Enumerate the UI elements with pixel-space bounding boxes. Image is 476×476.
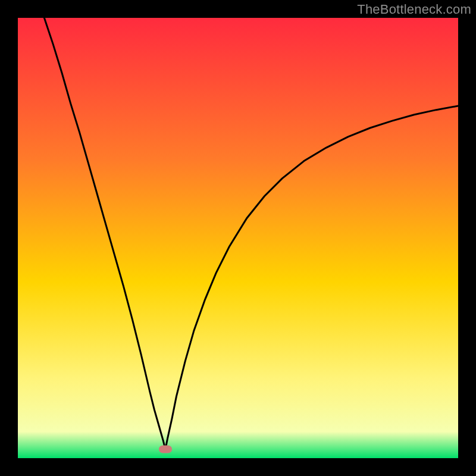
plot-area [18,18,458,458]
chart-frame: TheBottleneck.com [0,0,476,476]
watermark-text: TheBottleneck.com [357,2,471,17]
bottleneck-curve [18,18,458,458]
curve-left-branch [44,18,165,449]
optimal-point-marker [159,446,172,453]
curve-right-branch [165,106,458,449]
